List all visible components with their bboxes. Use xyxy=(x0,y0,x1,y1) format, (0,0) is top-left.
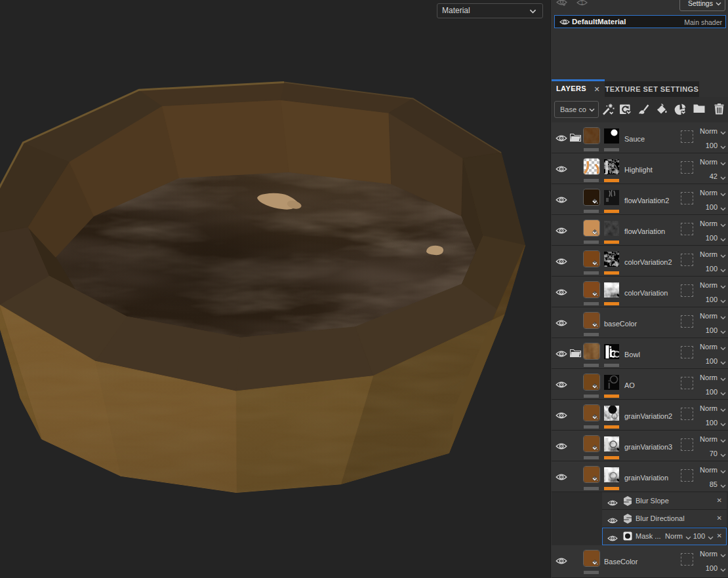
svg-text:1: 1 xyxy=(580,0,584,6)
